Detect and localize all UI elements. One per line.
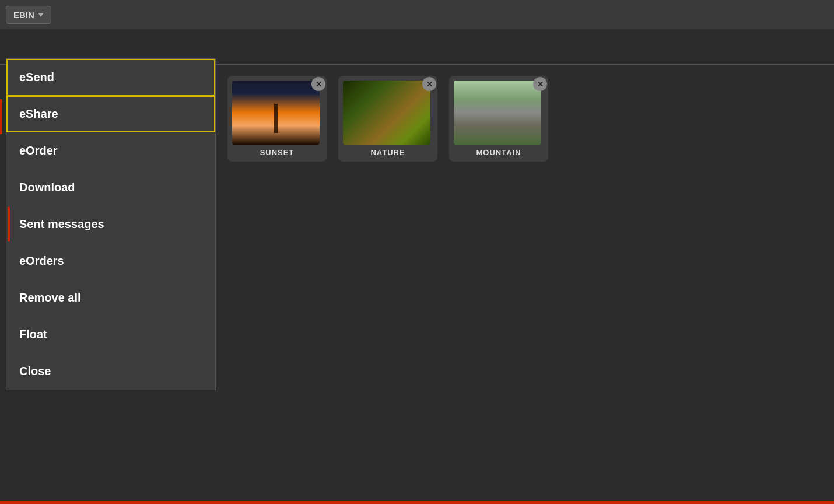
- sunset-image-visual: [232, 80, 320, 145]
- menu-item-close[interactable]: Close: [6, 353, 215, 390]
- dropdown-arrow-icon: [38, 13, 44, 17]
- ebin-button[interactable]: EBIN: [6, 6, 51, 24]
- ebin-label: EBIN: [13, 10, 34, 20]
- menu-item-float[interactable]: Float: [6, 316, 215, 353]
- card-label-sunset: SUNSET: [232, 148, 322, 157]
- close-button-sunset[interactable]: ✕: [311, 77, 325, 91]
- cards-area: ✕ SUNSET ✕ NATURE ✕ MOUNTAIN: [227, 76, 548, 162]
- close-button-mountain[interactable]: ✕: [533, 77, 547, 91]
- bottom-bar: [0, 501, 834, 504]
- card-label-nature: NATURE: [343, 148, 433, 157]
- card-sunset: ✕ SUNSET: [227, 76, 327, 162]
- nature-image-visual: [343, 80, 430, 145]
- image-sunset: [232, 80, 320, 145]
- card-label-mountain: MOUNTAIN: [454, 148, 544, 157]
- menu-item-sent-messages[interactable]: Sent messages: [6, 206, 215, 243]
- top-bar: EBIN: [0, 0, 834, 29]
- menu-item-esend[interactable]: eSend: [6, 59, 215, 96]
- menu-item-eorder[interactable]: eOrder: [6, 132, 215, 169]
- card-nature: ✕ NATURE: [338, 76, 437, 162]
- menu-item-eshare[interactable]: eShare: [6, 96, 215, 132]
- main-content: eSend eShare eOrder Download Sent messag…: [0, 29, 834, 504]
- menu-item-download[interactable]: Download: [6, 169, 215, 206]
- red-accent-bar: [0, 99, 2, 134]
- mountain-image-visual: [454, 80, 541, 145]
- close-button-nature[interactable]: ✕: [422, 77, 436, 91]
- card-mountain: ✕ MOUNTAIN: [449, 76, 548, 162]
- image-mountain: [454, 80, 541, 145]
- dropdown-menu: eSend eShare eOrder Download Sent messag…: [6, 58, 216, 390]
- menu-item-remove-all[interactable]: Remove all: [6, 279, 215, 316]
- image-nature: [343, 80, 430, 145]
- menu-item-eorders[interactable]: eOrders: [6, 243, 215, 279]
